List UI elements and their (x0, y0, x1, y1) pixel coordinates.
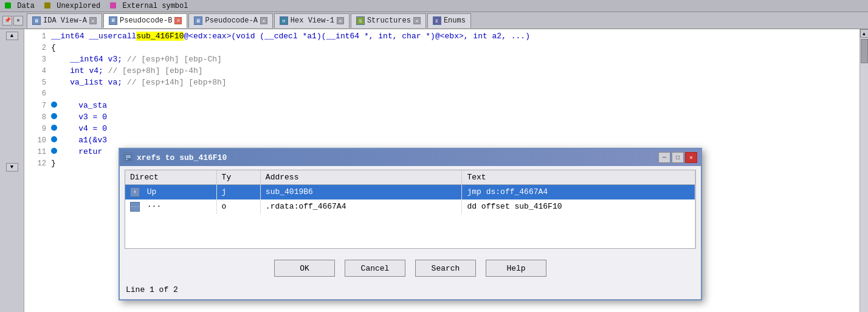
row1-direction: ⬆ Up (125, 185, 216, 199)
xrefs-table-container: Direct Ty Address Text ⬆ (125, 170, 696, 249)
search-button[interactable]: Search (415, 260, 476, 277)
tab-hex-view-1-close[interactable]: ✕ (337, 17, 344, 24)
structures-icon: S (356, 16, 365, 25)
toolbar-unexplored-label: Unexplored (57, 2, 100, 10)
dialog-status: Line 1 of 2 (120, 283, 701, 299)
tab-structures[interactable]: S Structures ✕ (351, 13, 426, 28)
col-text: Text (462, 170, 695, 185)
tab-structures-label: Structures (367, 16, 411, 25)
dialog-close-button[interactable]: ✕ (685, 152, 697, 163)
toolbar-external-item[interactable]: External symbol (110, 2, 188, 10)
dialog-minimize-button[interactable]: ─ (658, 152, 670, 163)
toolbar-data-item[interactable]: Data (5, 2, 35, 10)
pin-button[interactable]: 📌 (2, 16, 12, 26)
dialog-maximize-button[interactable]: □ (672, 152, 684, 163)
toolbar-external-label: External symbol (122, 2, 188, 10)
dialog-buttons-area: OK Cancel Search Help (120, 252, 701, 283)
pin-controls: 📌 ✕ (2, 16, 23, 26)
tab-ida-view-a-label: IDA View-A (43, 16, 87, 25)
toolbar-unexplored-item[interactable]: Unexplored (44, 2, 100, 10)
dialog-status-text: Line 1 of 2 (126, 285, 178, 294)
row1-address: sub_4019B6 (260, 185, 462, 199)
table-row-empty (125, 214, 695, 249)
col-type: Ty (216, 170, 260, 185)
help-button[interactable]: Help (486, 260, 546, 277)
dialog-title-text: xrefs to sub_416F10 (137, 153, 655, 162)
table-row[interactable]: ⬆ Up j sub_4019B6 jmp ds:off_4667A4 (125, 185, 695, 199)
dialog-titlebar: xrefs to sub_416F10 ─ □ ✕ (120, 149, 701, 166)
row2-type: o (216, 199, 260, 214)
tab-pseudocode-b[interactable]: 🖥 Pseudocode-B ✕ (103, 13, 187, 28)
enums-icon: E (433, 16, 441, 25)
tab-pseudocode-a-label: Pseudocode-A (205, 16, 257, 25)
svg-rect-2 (126, 159, 128, 160)
row2-direction: ··· ··· (125, 199, 216, 214)
tab-enums[interactable]: E Enums (427, 13, 471, 28)
dialog-title-buttons: ─ □ ✕ (658, 152, 697, 163)
tab-hex-view-1[interactable]: H Hex View-1 ✕ (274, 13, 350, 28)
top-toolbar: Data Unexplored External symbol (0, 0, 868, 12)
tab-pseudocode-a-close[interactable]: ✕ (260, 17, 267, 24)
xrefs-dialog: xrefs to sub_416F10 ─ □ ✕ Direct Ty Addr… (119, 148, 702, 300)
xrefs-table-header: Direct Ty Address Text (125, 170, 695, 185)
dialog-app-icon (125, 154, 132, 161)
tab-hex-view-1-label: Hex View-1 (291, 16, 334, 25)
ida-view-icon: 🖥 (32, 16, 41, 25)
dialog-overlay: xrefs to sub_416F10 ─ □ ✕ Direct Ty Addr… (0, 29, 868, 312)
svg-rect-1 (126, 155, 131, 158)
pseudocode-b-icon: 🖥 (109, 16, 117, 25)
cancel-button[interactable]: Cancel (345, 260, 405, 277)
header-row: Direct Ty Address Text (125, 170, 695, 185)
tab-pseudocode-a[interactable]: 🖥 Pseudocode-A ✕ (188, 13, 272, 28)
tab-pseudocode-b-close[interactable]: ✕ (174, 17, 182, 24)
col-address: Address (260, 170, 462, 185)
row1-type: j (216, 185, 260, 199)
tab-ida-view-a[interactable]: 🖥 IDA View-A ✕ (27, 13, 102, 28)
unpin-button[interactable]: ✕ (13, 16, 23, 26)
xrefs-table: Direct Ty Address Text ⬆ (125, 170, 695, 249)
tab-structures-close[interactable]: ✕ (413, 17, 421, 24)
data-color-dot (5, 2, 11, 9)
tab-ida-view-a-close[interactable]: ✕ (89, 17, 97, 24)
tab-enums-label: Enums (444, 16, 466, 25)
table-row[interactable]: ··· ··· o .rdata:off_4667A4 dd offset su… (125, 199, 695, 214)
row2-text: dd offset sub_416F10 (462, 199, 695, 214)
tab-bar: 📌 ✕ 🖥 IDA View-A ✕ 🖥 Pseudocode-B ✕ 🖥 Ps… (0, 12, 868, 29)
unexplored-color-dot (44, 2, 50, 9)
row2-address: .rdata:off_4667A4 (260, 199, 462, 214)
main-area: ▲ ▼ 1 __int64 __usercall sub_416F10@<edx… (0, 29, 868, 312)
pseudocode-a-icon: 🖥 (194, 16, 202, 25)
dialog-title-icon (123, 153, 133, 162)
toolbar-data-label: Data (17, 2, 35, 10)
hex-view-icon: H (280, 16, 288, 25)
row1-text: jmp ds:off_4667A4 (462, 185, 695, 199)
row2-icon: ··· (130, 202, 140, 212)
tab-pseudocode-b-label: Pseudocode-B (120, 16, 172, 25)
ok-button[interactable]: OK (274, 260, 335, 277)
row1-icon: ⬆ (130, 187, 140, 197)
xrefs-table-body: ⬆ Up j sub_4019B6 jmp ds:off_4667A4 (125, 185, 695, 249)
external-color-dot (110, 2, 116, 9)
col-direct: Direct (125, 170, 216, 185)
